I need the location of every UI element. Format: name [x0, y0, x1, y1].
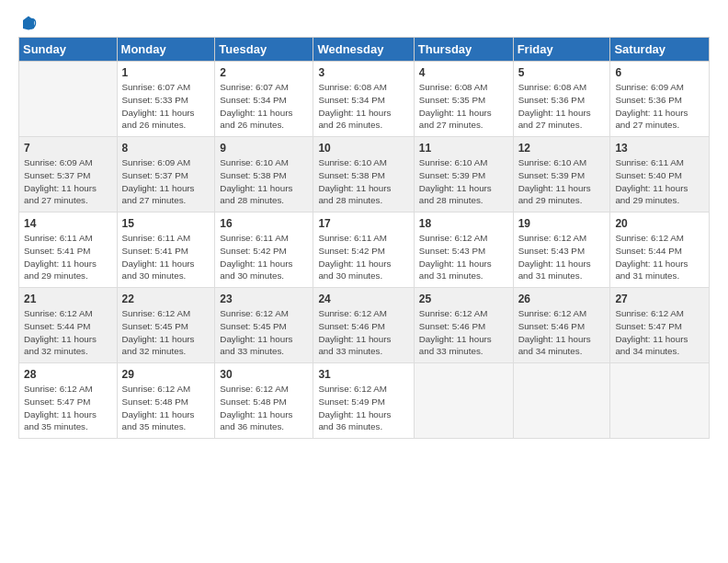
day-info: Sunrise: 6:12 AM Sunset: 5:44 PM Dayligh…: [24, 307, 112, 358]
calendar-cell: 7Sunrise: 6:09 AM Sunset: 5:37 PM Daylig…: [19, 137, 118, 213]
calendar-cell: 2Sunrise: 6:07 AM Sunset: 5:34 PM Daylig…: [215, 62, 313, 137]
calendar-cell: 21Sunrise: 6:12 AM Sunset: 5:44 PM Dayli…: [19, 288, 118, 363]
day-header-monday: Monday: [117, 38, 215, 62]
day-number: 22: [122, 292, 210, 306]
day-number: 20: [615, 216, 704, 231]
calendar-cell: 29Sunrise: 6:12 AM Sunset: 5:48 PM Dayli…: [117, 363, 215, 439]
day-number: 27: [615, 292, 704, 306]
day-number: 6: [615, 65, 704, 80]
calendar-cell: 11Sunrise: 6:10 AM Sunset: 5:39 PM Dayli…: [414, 137, 513, 213]
calendar-cell: 19Sunrise: 6:12 AM Sunset: 5:43 PM Dayli…: [513, 213, 610, 288]
calendar-cell: [414, 363, 513, 439]
day-info: Sunrise: 6:12 AM Sunset: 5:46 PM Dayligh…: [518, 307, 606, 358]
logo-icon: [20, 15, 37, 31]
calendar-cell: 13Sunrise: 6:11 AM Sunset: 5:40 PM Dayli…: [610, 137, 710, 213]
day-header-tuesday: Tuesday: [215, 38, 313, 62]
calendar-cell: 25Sunrise: 6:12 AM Sunset: 5:46 PM Dayli…: [414, 288, 513, 363]
day-info: Sunrise: 6:12 AM Sunset: 5:44 PM Dayligh…: [615, 232, 704, 282]
day-info: Sunrise: 6:12 AM Sunset: 5:45 PM Dayligh…: [122, 307, 210, 358]
calendar-cell: 22Sunrise: 6:12 AM Sunset: 5:45 PM Dayli…: [117, 288, 215, 363]
week-row-2: 7Sunrise: 6:09 AM Sunset: 5:37 PM Daylig…: [19, 137, 710, 213]
header: [18, 15, 710, 31]
day-info: Sunrise: 6:12 AM Sunset: 5:48 PM Dayligh…: [220, 383, 308, 433]
day-info: Sunrise: 6:12 AM Sunset: 5:43 PM Dayligh…: [419, 232, 508, 282]
week-row-1: 1Sunrise: 6:07 AM Sunset: 5:33 PM Daylig…: [19, 62, 710, 137]
calendar-cell: [19, 62, 118, 137]
day-number: 21: [24, 292, 112, 306]
day-number: 16: [220, 216, 308, 231]
day-info: Sunrise: 6:12 AM Sunset: 5:45 PM Dayligh…: [220, 307, 308, 358]
calendar-cell: 18Sunrise: 6:12 AM Sunset: 5:43 PM Dayli…: [414, 213, 513, 288]
day-header-sunday: Sunday: [19, 38, 118, 62]
calendar-cell: 15Sunrise: 6:11 AM Sunset: 5:41 PM Dayli…: [117, 213, 215, 288]
day-info: Sunrise: 6:12 AM Sunset: 5:43 PM Dayligh…: [518, 232, 606, 282]
calendar-cell: 1Sunrise: 6:07 AM Sunset: 5:33 PM Daylig…: [117, 62, 215, 137]
calendar-cell: [513, 363, 610, 439]
calendar-cell: 31Sunrise: 6:12 AM Sunset: 5:49 PM Dayli…: [313, 363, 414, 439]
day-info: Sunrise: 6:09 AM Sunset: 5:37 PM Dayligh…: [122, 156, 210, 207]
day-number: 19: [518, 216, 606, 231]
day-info: Sunrise: 6:12 AM Sunset: 5:46 PM Dayligh…: [419, 307, 508, 358]
calendar-cell: 17Sunrise: 6:11 AM Sunset: 5:42 PM Dayli…: [313, 213, 414, 288]
day-header-thursday: Thursday: [414, 38, 513, 62]
day-number: 12: [518, 141, 606, 155]
calendar-cell: 23Sunrise: 6:12 AM Sunset: 5:45 PM Dayli…: [215, 288, 313, 363]
day-info: Sunrise: 6:10 AM Sunset: 5:39 PM Dayligh…: [419, 156, 508, 207]
calendar-cell: 26Sunrise: 6:12 AM Sunset: 5:46 PM Dayli…: [513, 288, 610, 363]
day-info: Sunrise: 6:08 AM Sunset: 5:34 PM Dayligh…: [318, 81, 408, 132]
calendar-header-row: SundayMondayTuesdayWednesdayThursdayFrid…: [19, 38, 710, 62]
day-info: Sunrise: 6:12 AM Sunset: 5:46 PM Dayligh…: [318, 307, 408, 358]
calendar-cell: 10Sunrise: 6:10 AM Sunset: 5:38 PM Dayli…: [313, 137, 414, 213]
day-number: 14: [24, 216, 112, 231]
calendar-cell: 5Sunrise: 6:08 AM Sunset: 5:36 PM Daylig…: [513, 62, 610, 137]
calendar-cell: 9Sunrise: 6:10 AM Sunset: 5:38 PM Daylig…: [215, 137, 313, 213]
calendar-cell: 27Sunrise: 6:12 AM Sunset: 5:47 PM Dayli…: [610, 288, 710, 363]
logo: [18, 15, 37, 31]
calendar-cell: 16Sunrise: 6:11 AM Sunset: 5:42 PM Dayli…: [215, 213, 313, 288]
calendar-cell: 4Sunrise: 6:08 AM Sunset: 5:35 PM Daylig…: [414, 62, 513, 137]
day-info: Sunrise: 6:12 AM Sunset: 5:48 PM Dayligh…: [122, 383, 210, 433]
day-number: 4: [419, 65, 508, 80]
calendar-cell: [610, 363, 710, 439]
calendar-cell: 12Sunrise: 6:10 AM Sunset: 5:39 PM Dayli…: [513, 137, 610, 213]
day-number: 26: [518, 292, 606, 306]
calendar-cell: 30Sunrise: 6:12 AM Sunset: 5:48 PM Dayli…: [215, 363, 313, 439]
day-number: 10: [318, 141, 408, 155]
day-info: Sunrise: 6:11 AM Sunset: 5:41 PM Dayligh…: [122, 232, 210, 282]
day-number: 17: [318, 216, 408, 231]
day-info: Sunrise: 6:10 AM Sunset: 5:39 PM Dayligh…: [518, 156, 606, 207]
day-number: 8: [122, 141, 210, 155]
day-number: 30: [220, 367, 308, 382]
day-info: Sunrise: 6:07 AM Sunset: 5:33 PM Dayligh…: [122, 81, 210, 132]
day-number: 25: [419, 292, 508, 306]
calendar-cell: 28Sunrise: 6:12 AM Sunset: 5:47 PM Dayli…: [19, 363, 118, 439]
day-number: 28: [24, 367, 112, 382]
day-number: 5: [518, 65, 606, 80]
day-info: Sunrise: 6:11 AM Sunset: 5:42 PM Dayligh…: [318, 232, 408, 282]
day-info: Sunrise: 6:08 AM Sunset: 5:35 PM Dayligh…: [419, 81, 508, 132]
calendar-cell: 20Sunrise: 6:12 AM Sunset: 5:44 PM Dayli…: [610, 213, 710, 288]
day-number: 24: [318, 292, 408, 306]
week-row-5: 28Sunrise: 6:12 AM Sunset: 5:47 PM Dayli…: [19, 363, 710, 439]
day-number: 29: [122, 367, 210, 382]
calendar-cell: 14Sunrise: 6:11 AM Sunset: 5:41 PM Dayli…: [19, 213, 118, 288]
day-number: 15: [122, 216, 210, 231]
day-header-wednesday: Wednesday: [313, 38, 414, 62]
day-info: Sunrise: 6:09 AM Sunset: 5:37 PM Dayligh…: [24, 156, 112, 207]
day-info: Sunrise: 6:08 AM Sunset: 5:36 PM Dayligh…: [518, 81, 606, 132]
day-number: 9: [220, 141, 308, 155]
calendar-cell: 8Sunrise: 6:09 AM Sunset: 5:37 PM Daylig…: [117, 137, 215, 213]
page: SundayMondayTuesdayWednesdayThursdayFrid…: [0, 0, 728, 563]
day-number: 13: [615, 141, 704, 155]
day-number: 1: [122, 65, 210, 80]
day-number: 23: [220, 292, 308, 306]
day-info: Sunrise: 6:07 AM Sunset: 5:34 PM Dayligh…: [220, 81, 308, 132]
day-info: Sunrise: 6:11 AM Sunset: 5:42 PM Dayligh…: [220, 232, 308, 282]
day-info: Sunrise: 6:09 AM Sunset: 5:36 PM Dayligh…: [615, 81, 704, 132]
day-number: 31: [318, 367, 408, 382]
day-info: Sunrise: 6:11 AM Sunset: 5:41 PM Dayligh…: [24, 232, 112, 282]
day-number: 11: [419, 141, 508, 155]
day-number: 7: [24, 141, 112, 155]
day-header-friday: Friday: [513, 38, 610, 62]
day-info: Sunrise: 6:10 AM Sunset: 5:38 PM Dayligh…: [220, 156, 308, 207]
